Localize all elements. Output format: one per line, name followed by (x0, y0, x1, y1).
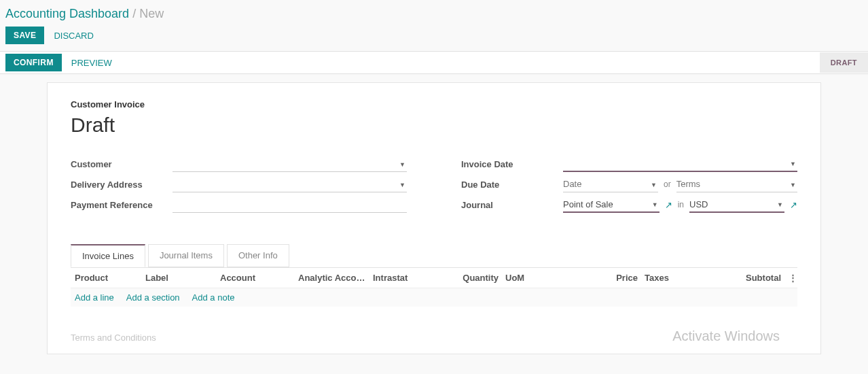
save-button[interactable]: SAVE (5, 27, 44, 44)
form-sheet: Customer Invoice Draft Customer ▼ Delive… (47, 82, 821, 354)
col-uom: UoM (505, 273, 600, 283)
add-line-link[interactable]: Add a line (75, 292, 114, 303)
col-account: Account (220, 273, 298, 283)
col-taxes: Taxes (638, 273, 733, 283)
terms-and-conditions-placeholder[interactable]: Terms and Conditions (71, 333, 156, 343)
col-analytic: Analytic Acco… (298, 273, 373, 283)
preview-button[interactable]: PREVIEW (71, 58, 112, 68)
label-due-date: Due Date (461, 180, 563, 190)
tab-other-info[interactable]: Other Info (227, 244, 289, 267)
label-in: in (678, 200, 684, 209)
col-product: Product (71, 273, 145, 283)
label-journal: Journal (461, 200, 563, 210)
chevron-down-icon: ▼ (652, 201, 658, 208)
payment-reference-input[interactable] (173, 198, 407, 211)
status-bar: CONFIRM PREVIEW DRAFT (0, 51, 868, 74)
breadcrumb-sep: / (129, 7, 139, 20)
document-type: Customer Invoice (71, 99, 797, 109)
label-delivery-address: Delivery Address (71, 180, 173, 190)
chevron-down-icon: ▼ (777, 201, 783, 208)
document-title: Draft (71, 114, 797, 137)
add-note-link[interactable]: Add a note (192, 292, 235, 303)
col-label: Label (145, 273, 220, 283)
breadcrumb: Accounting Dashboard / New (0, 0, 868, 25)
external-link-icon[interactable]: ↗ (790, 200, 797, 210)
add-section-link[interactable]: Add a section (126, 292, 180, 303)
kebab-icon[interactable]: ⋮ (788, 273, 797, 283)
breadcrumb-current: New (139, 7, 164, 20)
delivery-address-input[interactable] (173, 177, 407, 190)
currency-field[interactable]: USD ▼ (689, 197, 784, 213)
col-subtotal: Subtotal (733, 273, 788, 283)
journal-field[interactable]: Point of Sale ▼ (563, 197, 659, 213)
tabs: Invoice Lines Journal Items Other Info (71, 244, 797, 268)
table-header: Product Label Account Analytic Acco… Int… (71, 268, 797, 288)
label-payment-reference: Payment Reference (71, 200, 173, 210)
invoice-date-input[interactable] (563, 157, 797, 170)
external-link-icon[interactable]: ↗ (665, 200, 672, 210)
delivery-address-field[interactable]: ▼ (173, 176, 407, 192)
invoice-date-field[interactable]: ▼ (563, 156, 797, 172)
confirm-button[interactable]: CONFIRM (5, 54, 62, 71)
label-or: or (664, 180, 671, 189)
col-price: Price (600, 273, 638, 283)
tab-invoice-lines[interactable]: Invoice Lines (71, 244, 145, 267)
actions-row: SAVE DISCARD (0, 25, 868, 51)
label-customer: Customer (71, 159, 173, 169)
terms-field[interactable]: ▼ (676, 176, 797, 192)
col-intrastat: Intrastat (373, 273, 454, 283)
terms-input[interactable] (676, 177, 797, 190)
due-date-input[interactable] (563, 177, 658, 190)
add-row: Add a line Add a section Add a note (71, 288, 797, 307)
customer-field[interactable]: ▼ (173, 156, 407, 172)
journal-value: Point of Sale (563, 199, 613, 209)
label-invoice-date: Invoice Date (461, 159, 563, 169)
breadcrumb-root[interactable]: Accounting Dashboard (5, 7, 129, 20)
currency-value: USD (689, 199, 708, 209)
payment-reference-field[interactable] (173, 197, 407, 213)
discard-button[interactable]: DISCARD (54, 31, 94, 41)
windows-activation-watermark: Activate Windows (672, 328, 780, 344)
customer-input[interactable] (173, 157, 407, 170)
tab-journal-items[interactable]: Journal Items (148, 244, 224, 267)
due-date-field[interactable]: ▼ (563, 176, 658, 192)
status-badge: DRAFT (820, 52, 868, 73)
col-quantity: Quantity (454, 273, 505, 283)
